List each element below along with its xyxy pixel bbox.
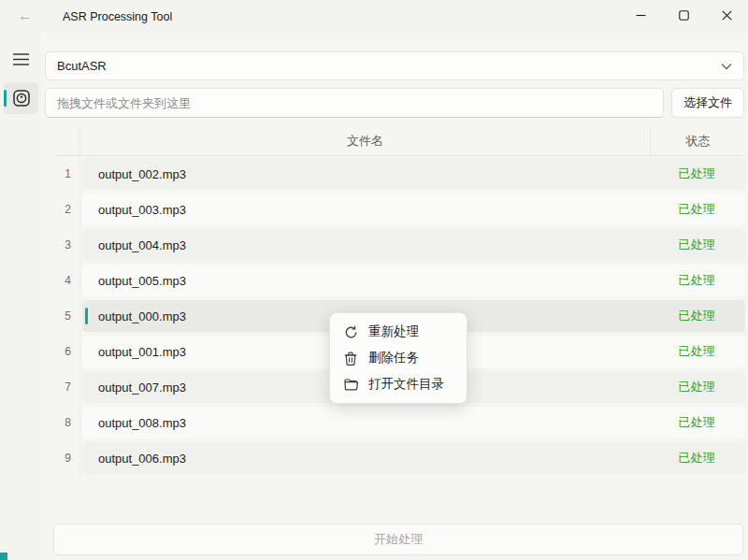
table-row[interactable]: 1output_002.mp3已处理 — [56, 156, 745, 192]
row-selection-accent — [85, 308, 88, 324]
row-filename: output_008.mp3 — [82, 416, 648, 430]
row-content[interactable]: output_005.mp3已处理 — [82, 265, 745, 296]
row-filename: output_006.mp3 — [82, 452, 648, 466]
maximize-icon — [679, 10, 689, 21]
window-controls — [619, 0, 748, 30]
header-filename: 文件名 — [80, 126, 651, 155]
sidebar — [0, 34, 41, 560]
context-menu-item-label: 删除任务 — [368, 350, 419, 366]
row-index: 6 — [56, 334, 80, 369]
context-menu: 重新处理删除任务打开文件目录 — [329, 312, 468, 404]
row-status: 已处理 — [648, 414, 745, 431]
start-processing-button[interactable]: 开始处理 — [53, 524, 743, 555]
row-status: 已处理 — [648, 450, 745, 467]
sidebar-item-asr-tool[interactable] — [4, 82, 38, 114]
context-menu-item-label: 重新处理 — [368, 323, 419, 340]
maximize-button[interactable] — [662, 0, 705, 30]
row-index: 5 — [56, 298, 80, 334]
row-index: 1 — [56, 156, 80, 192]
row-filename: output_002.mp3 — [82, 167, 648, 181]
table-row[interactable]: 4output_005.mp3已处理 — [56, 263, 745, 298]
row-index: 3 — [56, 227, 80, 263]
window-title: ASR Processing Tool — [63, 0, 172, 34]
context-menu-item[interactable]: 打开文件目录 — [330, 371, 467, 397]
table-row[interactable]: 9output_006.mp3已处理 — [56, 440, 745, 476]
app-window: ← ASR Processing Tool — [0, 0, 748, 560]
table-row[interactable]: 3output_004.mp3已处理 — [56, 227, 745, 263]
row-content[interactable]: output_003.mp3已处理 — [82, 194, 745, 225]
chevron-down-icon — [721, 63, 732, 70]
context-menu-item[interactable]: 重新处理 — [330, 319, 467, 345]
context-menu-item-label: 打开文件目录 — [368, 376, 444, 393]
engine-select-dropdown[interactable]: BcutASR — [45, 51, 744, 80]
hamburger-icon — [13, 53, 29, 65]
file-drop-input[interactable] — [45, 88, 664, 118]
header-status: 状态 — [651, 126, 745, 155]
row-status: 已处理 — [648, 308, 745, 324]
context-menu-item[interactable]: 删除任务 — [330, 345, 467, 371]
minimize-button[interactable] — [619, 0, 662, 30]
asr-tool-icon — [12, 89, 31, 108]
file-table: 文件名 状态 1output_002.mp3已处理2output_003.mp3… — [56, 126, 745, 476]
bottom-left-accent — [0, 553, 7, 560]
close-button[interactable] — [705, 0, 748, 30]
sidebar-selection-accent — [4, 90, 7, 107]
row-content[interactable]: output_002.mp3已处理 — [82, 158, 745, 190]
row-filename: output_004.mp3 — [82, 238, 648, 252]
row-index: 8 — [56, 405, 80, 440]
folder-icon — [343, 379, 358, 391]
row-status: 已处理 — [648, 201, 745, 218]
row-filename: output_005.mp3 — [82, 274, 648, 288]
row-index: 9 — [56, 440, 80, 476]
close-icon — [722, 10, 732, 21]
choose-file-button[interactable]: 选择文件 — [671, 88, 744, 118]
row-content[interactable]: output_006.mp3已处理 — [82, 442, 745, 474]
table-header: 文件名 状态 — [56, 126, 745, 156]
title-bar: ← ASR Processing Tool — [0, 0, 748, 34]
trash-icon — [343, 352, 358, 366]
back-button[interactable]: ← — [9, 2, 41, 30]
row-index: 7 — [56, 369, 80, 405]
table-row[interactable]: 2output_003.mp3已处理 — [56, 192, 745, 227]
row-status: 已处理 — [648, 343, 745, 360]
minimize-icon — [636, 10, 646, 21]
row-status: 已处理 — [648, 165, 745, 182]
row-filename: output_003.mp3 — [82, 203, 648, 217]
engine-select-value: BcutASR — [57, 59, 107, 73]
row-status: 已处理 — [648, 272, 745, 289]
row-index: 2 — [56, 192, 80, 227]
row-status: 已处理 — [648, 379, 745, 395]
header-index — [56, 126, 80, 155]
row-index: 4 — [56, 263, 80, 298]
row-content[interactable]: output_004.mp3已处理 — [82, 229, 745, 261]
refresh-icon — [343, 325, 358, 339]
row-content[interactable]: output_008.mp3已处理 — [82, 407, 745, 438]
main-content: BcutASR 选择文件 文件名 状态 1output_002.mp3已处理2o… — [41, 34, 748, 560]
file-input-row: 选择文件 — [45, 88, 744, 118]
row-status: 已处理 — [648, 237, 745, 253]
hamburger-menu-button[interactable] — [6, 45, 36, 73]
table-row[interactable]: 8output_008.mp3已处理 — [56, 405, 745, 440]
